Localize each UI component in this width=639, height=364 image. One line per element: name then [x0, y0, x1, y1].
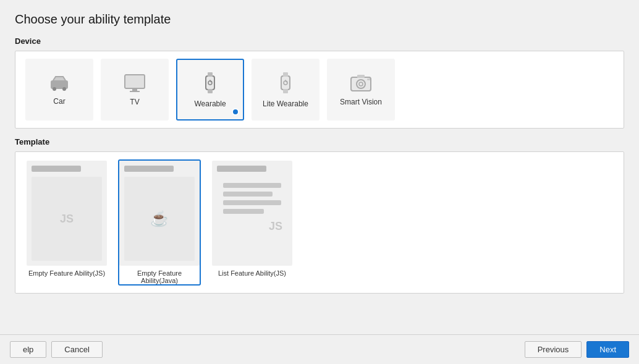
device-item-smart-vision[interactable]: Smart Vision: [327, 59, 395, 121]
svg-rect-13: [283, 72, 288, 77]
device-section-label: Device: [15, 36, 624, 46]
preview-line-4: [223, 209, 264, 214]
preview-content-empty-java: ☕: [124, 177, 195, 261]
preview-lines-list: [217, 177, 287, 220]
js-badge-icon: JS: [60, 213, 74, 226]
svg-rect-7: [208, 72, 213, 77]
template-name-empty-js: Empty Feature Ability(JS): [28, 269, 105, 277]
car-icon: [48, 74, 70, 95]
preview-topbar: [32, 166, 81, 172]
previous-button[interactable]: Previous: [525, 341, 582, 358]
device-section: Car TV: [15, 51, 624, 129]
svg-rect-22: [367, 78, 370, 80]
svg-rect-12: [281, 76, 290, 90]
svg-point-2: [62, 87, 66, 91]
preview-content-empty-js: JS: [32, 177, 102, 261]
svg-point-1: [53, 87, 56, 91]
template-item-empty-js[interactable]: JS Empty Feature Ability(JS): [25, 159, 108, 286]
tv-icon: [124, 74, 146, 95]
tv-label: TV: [130, 98, 139, 106]
coffee-icon: ☕: [150, 210, 169, 227]
template-section: JS Empty Feature Ability(JS) ☕ Empty Fea…: [15, 151, 624, 294]
template-preview-empty-js: JS: [27, 161, 107, 266]
next-button[interactable]: Next: [586, 341, 629, 358]
cancel-button[interactable]: Cancel: [51, 341, 102, 358]
svg-rect-14: [283, 89, 288, 93]
template-item-empty-java[interactable]: ☕ Empty Feature Ability(Java): [118, 159, 201, 286]
svg-rect-21: [357, 75, 365, 78]
preview-line-3: [223, 200, 281, 205]
template-name-empty-java: Empty Feature Ability(Java): [119, 269, 200, 284]
lite-wearable-label: Lite Wearable: [263, 99, 308, 108]
svg-rect-4: [132, 88, 137, 91]
svg-rect-6: [206, 76, 214, 90]
lite-wearable-icon: [277, 72, 294, 97]
template-preview-empty-java: ☕: [119, 161, 200, 266]
template-preview-list-js: JS: [212, 161, 292, 266]
footer-right: Previous Next: [525, 341, 629, 358]
preview-line-2: [223, 192, 273, 197]
wearable-icon: [201, 72, 219, 97]
preview-line-1: [223, 183, 281, 188]
device-item-car[interactable]: Car: [25, 59, 93, 121]
smart-vision-label: Smart Vision: [340, 98, 382, 106]
device-item-lite-wearable[interactable]: Lite Wearable: [252, 59, 320, 121]
footer: elp Cancel Previous Next: [0, 334, 639, 364]
template-item-list-js[interactable]: JS List Feature Ability(JS): [211, 159, 294, 286]
footer-left: elp Cancel: [10, 341, 103, 358]
device-item-tv[interactable]: TV: [101, 59, 169, 121]
preview-topbar-list: [217, 166, 266, 172]
device-item-wearable[interactable]: Wearable: [176, 59, 244, 121]
page-title: Choose your ability template: [15, 12, 624, 27]
help-button[interactable]: elp: [10, 341, 46, 358]
template-section-label: Template: [15, 137, 624, 146]
svg-rect-5: [130, 91, 140, 92]
template-name-list-js: List Feature Ability(JS): [218, 269, 286, 277]
car-label: Car: [53, 97, 65, 106]
js-badge-list-icon: JS: [269, 220, 282, 233]
svg-rect-8: [208, 89, 213, 93]
wearable-label: Wearable: [194, 99, 226, 108]
smart-vision-icon: [350, 74, 372, 95]
preview-topbar-java: [124, 166, 174, 172]
svg-rect-3: [125, 75, 145, 88]
selected-indicator: [232, 108, 239, 116]
